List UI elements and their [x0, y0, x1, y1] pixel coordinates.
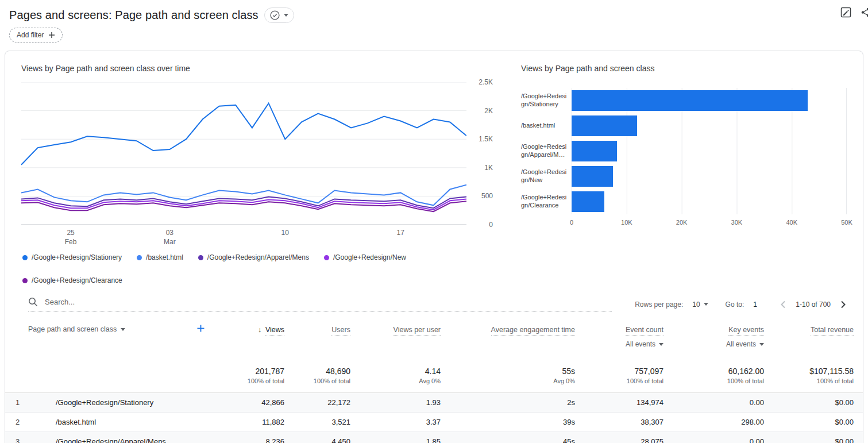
add-filter-button[interactable]: Add filter — [9, 28, 63, 43]
bar[interactable] — [572, 115, 637, 136]
bar-chart-title: Views by Page path and screen class — [521, 64, 847, 73]
search-input[interactable] — [44, 297, 612, 307]
add-dimension-button[interactable] — [196, 324, 205, 334]
bar-chart-panel: Views by Page path and screen class /Goo… — [521, 64, 847, 284]
page-path-cell: /Google+Redesign/Apparel/Mens — [35, 432, 213, 443]
legend-dot — [137, 255, 142, 260]
metric-cell: 1.85 — [353, 432, 443, 443]
legend-item[interactable]: /Google+Redesign/Stationery — [22, 253, 122, 261]
bar-row: /basket.html — [521, 113, 847, 138]
sort-descending-icon: ↓ — [258, 325, 262, 334]
customize-report-icon[interactable] — [839, 6, 852, 18]
charts-section: Views by Page path and screen class over… — [5, 51, 863, 284]
key-events-filter-select[interactable]: All events — [668, 340, 764, 348]
legend-dot — [22, 255, 28, 260]
table-search — [28, 297, 612, 311]
metric-cell: 45s — [443, 432, 577, 443]
column-header-views-per-user[interactable]: Views per user — [353, 317, 443, 354]
chevron-down-icon — [759, 343, 764, 346]
bar-category-label: /Google+Redesign/Clearance — [521, 194, 572, 210]
table-toolbar: Rows per page: 10 Go to: 1-10 of 700 — [5, 294, 863, 317]
metric-cell: 3.37 — [353, 413, 443, 432]
column-header-total-revenue[interactable]: Total revenue — [766, 317, 863, 354]
metric-cell: 2s — [443, 393, 577, 413]
metric-cell: 298.00 — [666, 413, 766, 432]
dimension-header-label: Page path and screen class — [28, 325, 117, 333]
rows-per-page-select[interactable]: 10 — [692, 301, 708, 309]
x-axis-tick: 25Feb — [65, 228, 77, 246]
bar-row: /Google+Redesign/Apparel/Mens — [521, 138, 847, 164]
totals-total-revenue: $107,115.58 100% of total — [766, 354, 863, 393]
x-axis-tick: 10 — [281, 228, 289, 237]
dimension-header[interactable]: Page path and screen class — [7, 324, 211, 334]
topbar: Pages and screens: Page path and screen … — [0, 0, 868, 23]
metric-cell: 0.00 — [666, 432, 766, 443]
column-header-users[interactable]: Users — [287, 317, 353, 354]
table-row[interactable]: 1/Google+Redesign/Stationery42,86622,172… — [5, 393, 863, 413]
x-axis-tick: 10K — [621, 219, 632, 226]
metric-cell: $0.00 — [766, 413, 863, 432]
page-path-cell: /Google+Redesign/Stationery — [35, 393, 213, 413]
line-series[interactable] — [21, 103, 466, 165]
goto-page-label: Go to: — [726, 301, 744, 309]
event-count-filter-select[interactable]: All events — [580, 340, 663, 348]
metric-cell: 8,236 — [213, 432, 287, 443]
legend-dot — [198, 255, 203, 260]
bar-category-label: /Google+Redesign/Apparel/Mens — [521, 143, 572, 159]
chart-legend: /Google+Redesign/Stationery/basket.html/… — [21, 253, 497, 284]
table-header-row: Page path and screen class ↓ Views Users — [5, 317, 863, 354]
x-axis-tick: 0 — [570, 219, 573, 226]
legend-label: /Google+Redesign/Clearance — [32, 276, 122, 284]
column-header-views[interactable]: ↓ Views — [213, 317, 287, 354]
bar[interactable] — [572, 166, 613, 187]
table-row[interactable]: 2/basket.html11,8823,5213.3739s38,307298… — [5, 413, 863, 432]
totals-views: 201,787 100% of total — [213, 354, 287, 393]
bar-category-label: /Google+Redesign/Stationery — [521, 93, 572, 109]
chevron-down-icon — [659, 343, 663, 346]
bar-category-label: /Google+Redesign/New — [521, 168, 572, 184]
rows-per-page-label: Rows per page: — [635, 301, 683, 309]
topbar-actions — [839, 6, 868, 18]
column-header-avg-engagement-time[interactable]: Average engagement time — [443, 317, 577, 354]
plus-icon — [48, 32, 55, 38]
row-index: 2 — [5, 413, 35, 432]
report-status-badge[interactable] — [264, 7, 294, 23]
add-filter-label: Add filter — [17, 31, 44, 39]
next-page-icon[interactable] — [836, 298, 849, 311]
row-index: 3 — [5, 432, 35, 443]
legend-item[interactable]: /basket.html — [137, 253, 183, 261]
legend-item[interactable]: /Google+Redesign/New — [324, 253, 406, 261]
metric-cell: 0.00 — [666, 393, 766, 413]
bar[interactable] — [572, 141, 617, 161]
goto-page-input[interactable] — [752, 300, 767, 309]
metric-cell: 1.93 — [353, 393, 443, 413]
bar-row: /Google+Redesign/Clearance — [521, 189, 847, 214]
legend-item[interactable]: /Google+Redesign/Apparel/Mens — [198, 253, 309, 261]
x-axis-tick: 03Mar — [164, 228, 176, 246]
y-axis-tick: 500 — [465, 192, 493, 200]
table-totals-row: 201,787 100% of total 48,690 100% of tot… — [5, 354, 863, 393]
line-chart-y-axis: 05001K1.5K2K2.5K — [466, 82, 494, 225]
metric-cell: $0.00 — [766, 432, 863, 443]
totals-users: 48,690 100% of total — [287, 354, 353, 393]
metric-cell: 38,307 — [577, 413, 666, 432]
legend-item[interactable]: /Google+Redesign/Clearance — [22, 276, 122, 284]
column-header-key-events[interactable]: Key events All events — [666, 317, 766, 354]
bar[interactable] — [572, 90, 808, 111]
totals-views-per-user: 4.14 Avg 0% — [353, 354, 443, 393]
legend-dot — [22, 278, 28, 283]
metric-cell: 134,974 — [577, 393, 666, 413]
bar[interactable] — [572, 191, 604, 212]
bar-row: /Google+Redesign/New — [521, 164, 847, 189]
column-header-event-count[interactable]: Event count All events — [577, 317, 666, 354]
previous-page-icon[interactable] — [777, 298, 790, 311]
legend-label: /basket.html — [146, 253, 183, 261]
x-axis-tick: 50K — [841, 219, 852, 226]
line-chart-panel: Views by Page path and screen class over… — [21, 64, 497, 284]
table-row[interactable]: 3/Google+Redesign/Apparel/Mens8,2364,450… — [5, 432, 863, 443]
metric-cell: $0.00 — [766, 393, 863, 413]
share-icon[interactable] — [859, 6, 868, 18]
chevron-down-icon — [284, 14, 288, 17]
metric-cell: 42,866 — [213, 393, 287, 413]
y-axis-tick: 0 — [465, 221, 493, 229]
